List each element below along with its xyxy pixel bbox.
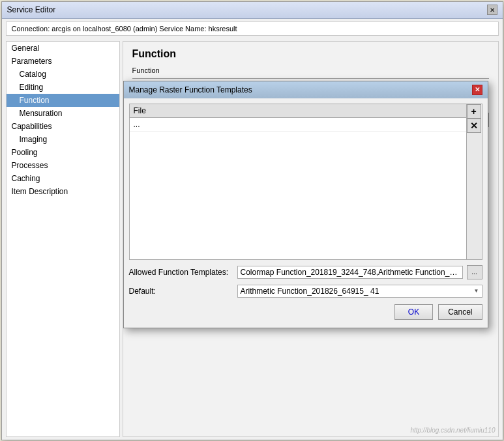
sidebar-item-general[interactable]: General: [7, 42, 119, 55]
sidebar-item-processes[interactable]: Processes: [7, 159, 119, 172]
window-close-button[interactable]: ✕: [487, 5, 497, 15]
dropdown-arrow-icon: ▼: [474, 288, 479, 294]
sidebar-item-function[interactable]: Function: [7, 94, 119, 107]
manage-raster-dialog: Manage Raster Function Templates ✕ File …: [123, 81, 488, 328]
dialog-content: File ... + ✕ Allowed Function Templates:: [124, 98, 488, 328]
sidebar-item-item-description[interactable]: Item Description: [7, 185, 119, 198]
connection-bar: Connection: arcgis on localhost_6080 (ad…: [6, 21, 499, 36]
allowed-templates-row: Allowed Function Templates: Colormap Fun…: [129, 265, 482, 279]
sidebar: General Parameters Catalog Editing Funct…: [6, 41, 120, 437]
dialog-overlay: Manage Raster Function Templates ✕ File …: [123, 42, 498, 436]
file-table-header: File: [130, 104, 466, 118]
allowed-templates-value: Colormap Function_201819_3244_748,Arithm…: [237, 266, 463, 279]
remove-file-button[interactable]: ✕: [467, 119, 481, 133]
browse-button[interactable]: ...: [467, 265, 482, 279]
sidebar-item-imaging[interactable]: Imaging: [7, 133, 119, 146]
dialog-title-bar: Manage Raster Function Templates ✕: [124, 81, 488, 98]
sidebar-item-mensuration[interactable]: Mensuration: [7, 107, 119, 120]
sidebar-item-pooling[interactable]: Pooling: [7, 146, 119, 159]
default-dropdown[interactable]: Arithmetic Function_201826_64915_ 41 ▼: [237, 285, 482, 298]
file-table-container: File ... + ✕: [129, 104, 482, 260]
sidebar-item-editing[interactable]: Editing: [7, 81, 119, 94]
watermark: http://blog.csdn.net/liumiu110: [410, 427, 495, 434]
dialog-title: Manage Raster Function Templates: [129, 85, 252, 94]
default-label: Default:: [129, 287, 233, 296]
default-dropdown-value: Arithmetic Function_201826_64915_ 41: [241, 287, 379, 296]
window-title: Service Editor: [7, 5, 56, 14]
dialog-close-button[interactable]: ✕: [472, 85, 482, 95]
sidebar-item-capabilities[interactable]: Capabilities: [7, 120, 119, 133]
sidebar-item-caching[interactable]: Caching: [7, 172, 119, 185]
connection-text: Connection: arcgis on localhost_6080 (ad…: [12, 25, 237, 33]
sidebar-item-parameters[interactable]: Parameters: [7, 55, 119, 68]
table-row[interactable]: ...: [130, 118, 466, 132]
allowed-templates-label: Allowed Function Templates:: [129, 268, 233, 277]
ok-button[interactable]: OK: [394, 304, 433, 320]
file-table: File ...: [130, 104, 466, 259]
sidebar-item-catalog[interactable]: Catalog: [7, 68, 119, 81]
add-file-button[interactable]: +: [467, 104, 481, 119]
default-row: Default: Arithmetic Function_201826_6491…: [129, 285, 482, 298]
content-area: General Parameters Catalog Editing Funct…: [2, 38, 503, 440]
main-window: Service Editor ✕ Connection: arcgis on l…: [1, 1, 503, 440]
title-bar: Service Editor ✕: [2, 2, 503, 19]
dialog-footer: OK Cancel: [129, 304, 482, 322]
main-panel: Function Function Allow client specified…: [123, 41, 499, 437]
cancel-button[interactable]: Cancel: [438, 304, 482, 320]
file-table-buttons: + ✕: [466, 104, 482, 259]
